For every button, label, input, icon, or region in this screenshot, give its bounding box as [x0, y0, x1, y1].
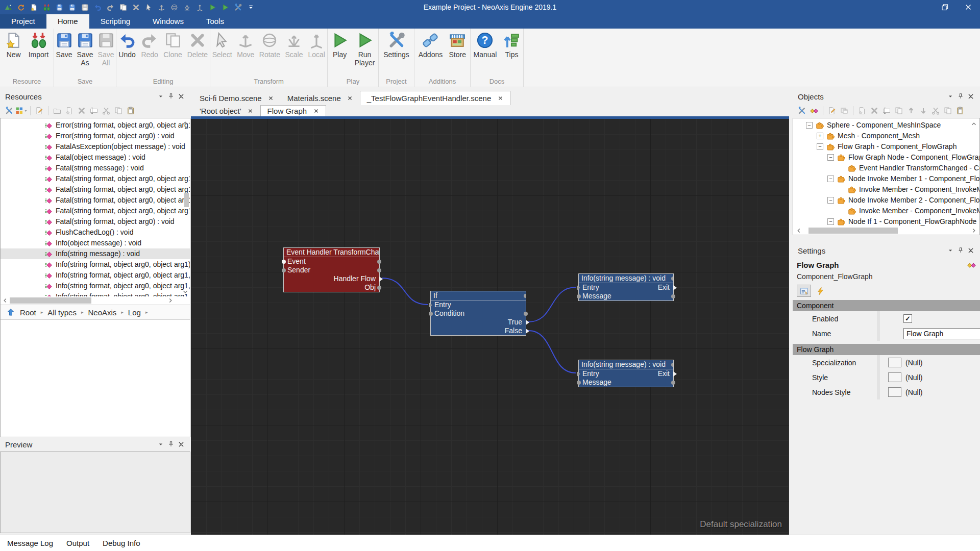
qat-refresh-button[interactable] — [17, 3, 25, 11]
objects-tree-item[interactable]: −Node Invoke Member 1 - Component_FlowGr… — [793, 173, 979, 184]
objects-page-gray-button[interactable] — [857, 106, 867, 116]
menu-tab-scripting[interactable]: Scripting — [89, 14, 141, 29]
resources-rename-button[interactable] — [89, 106, 99, 116]
settings-mode-lightning-button[interactable] — [813, 285, 827, 297]
qat-logo-button[interactable] — [4, 3, 12, 11]
resources-page-gray-button[interactable] — [64, 106, 75, 116]
breadcrumb-item-all-types[interactable]: All types — [47, 308, 77, 317]
qat-local-button[interactable] — [195, 3, 204, 11]
resource-item[interactable]: Fatal(string format, object arg0, object… — [1, 206, 190, 216]
scroll-left-icon[interactable] — [2, 297, 9, 304]
reference-thumbnail[interactable] — [888, 387, 901, 397]
resource-item[interactable]: Info(string format, object arg0, object … — [1, 291, 190, 296]
ribbon-button-settings[interactable]: Settings — [381, 31, 412, 68]
panel-pin-button[interactable] — [955, 91, 966, 102]
collapse-icon[interactable]: − — [827, 197, 834, 204]
node-pin-circle[interactable] — [282, 268, 286, 272]
subdocument-tab[interactable]: Flow Graph — [260, 105, 327, 116]
node-pin-circle[interactable] — [377, 286, 381, 290]
resources-tools-colored-button[interactable] — [4, 106, 14, 116]
resource-item[interactable]: Info(string format, object arg0, object … — [1, 259, 190, 270]
qat-save-button[interactable] — [68, 3, 76, 11]
panel-menu-button[interactable] — [945, 91, 955, 102]
flow-graph-wire[interactable] — [528, 331, 576, 373]
ribbon-button-play[interactable]: Play — [329, 31, 351, 68]
menu-tab-project[interactable]: Project — [0, 14, 46, 29]
node-pin-arrow[interactable] — [673, 371, 677, 377]
panel-close-button[interactable] — [966, 91, 976, 102]
panel-pin-button[interactable] — [166, 439, 176, 449]
ribbon-button-new[interactable]: New — [3, 31, 25, 68]
tab-close-icon[interactable] — [497, 95, 503, 102]
breadcrumb-item-neoaxis[interactable]: NeoAxis — [88, 308, 116, 317]
panel-menu-button[interactable] — [156, 91, 166, 102]
ribbon-button-undo[interactable]: Undo — [116, 31, 138, 68]
resource-item[interactable]: Fatal(string message) : void — [1, 163, 190, 173]
objects-tree-item[interactable]: Invoke Member - Component_InvokeMember — [793, 206, 979, 216]
flow-graph-node[interactable]: Info(string message) : voidEntryExitMess… — [578, 273, 674, 301]
node-pin-circle[interactable] — [577, 294, 581, 298]
collapse-icon[interactable]: − — [827, 176, 834, 182]
objects-arrow-down-button[interactable] — [918, 106, 928, 116]
node-pin-arrow[interactable] — [673, 285, 677, 290]
qat-settings-tools-button[interactable] — [234, 3, 242, 11]
node-pin-arrow[interactable] — [577, 285, 580, 290]
menu-tab-tools[interactable]: Tools — [195, 14, 235, 29]
reference-thumbnail[interactable] — [888, 372, 901, 382]
bottom-tab-output[interactable]: Output — [66, 539, 89, 547]
bottom-tab-message-log[interactable]: Message Log — [7, 539, 53, 547]
objects-tree-item[interactable]: −Node Invoke Member 2 - Component_FlowGr… — [793, 195, 979, 206]
qat-play-button[interactable] — [221, 3, 229, 11]
tab-close-icon[interactable] — [313, 108, 319, 114]
collapse-icon[interactable]: − — [806, 122, 813, 129]
scroll-up-icon[interactable] — [182, 119, 189, 127]
horizontal-scrollbar-thumb[interactable] — [808, 228, 898, 234]
breadcrumb-item-log[interactable]: Log — [128, 308, 141, 317]
menu-tab-home[interactable]: Home — [46, 14, 89, 29]
resources-folder-button[interactable] — [52, 106, 62, 116]
resource-item[interactable]: Fatal(string format, object arg0) : void — [1, 216, 190, 227]
resource-item[interactable]: Info(string format, object arg0, object … — [1, 281, 190, 291]
node-pin-circle[interactable] — [524, 294, 526, 298]
resources-delete-x-button[interactable] — [77, 106, 87, 116]
objects-paste-button[interactable] — [955, 106, 965, 116]
enabled-checkbox[interactable]: ✓ — [903, 314, 912, 323]
document-tab[interactable]: Materials.scene — [281, 91, 360, 105]
objects-delete-x-button[interactable] — [869, 106, 879, 116]
resources-scissors-button[interactable] — [101, 106, 111, 116]
ribbon-button-run-player[interactable]: RunPlayer — [352, 31, 378, 68]
qat-new-file-button[interactable] — [30, 3, 38, 11]
objects-link-diamond-button[interactable] — [809, 106, 819, 116]
node-pin-circle[interactable] — [671, 363, 673, 367]
objects-pencil-page-button[interactable] — [827, 106, 837, 116]
ribbon-button-save-as[interactable]: SaveAs — [75, 31, 95, 68]
resource-item[interactable]: FatalAsException(object message) : void — [1, 141, 190, 152]
objects-clone-button[interactable] — [943, 106, 953, 116]
resource-item[interactable]: FlushCachedLog() : void — [1, 227, 190, 238]
tab-close-icon[interactable] — [347, 95, 353, 101]
objects-arrow-up-button[interactable] — [906, 106, 916, 116]
scroll-left-icon[interactable] — [795, 227, 802, 234]
flow-graph-canvas[interactable]: Default specialization Event Handler Tra… — [191, 119, 789, 535]
node-pin-arrow[interactable] — [379, 277, 383, 282]
resource-item[interactable]: Fatal(string format, object arg0, object… — [1, 184, 190, 195]
scroll-right-icon[interactable] — [167, 297, 174, 304]
resource-item[interactable]: Fatal(string format, object arg0, object… — [1, 195, 190, 206]
qat-redo-button[interactable] — [106, 3, 114, 11]
node-pin-circle[interactable] — [671, 277, 673, 281]
objects-tools-colored-button[interactable] — [797, 106, 807, 116]
menu-tab-windows[interactable]: Windows — [141, 14, 195, 29]
resource-item[interactable]: Error(string format, object arg0) : void — [1, 131, 190, 141]
subdocument-tab[interactable]: 'Root object' — [193, 105, 260, 116]
node-pin-circle[interactable] — [377, 268, 381, 272]
objects-tree-item[interactable]: −Flow Graph - Component_FlowGraph — [793, 141, 979, 152]
node-pin-arrow[interactable] — [526, 320, 529, 325]
resource-item[interactable]: Info(object message) : void — [1, 238, 190, 248]
qat-play-button[interactable] — [208, 3, 216, 11]
flow-graph-wire[interactable] — [382, 278, 428, 305]
qat-save-gray-button[interactable] — [81, 3, 89, 11]
node-pin-circle[interactable] — [671, 294, 675, 298]
node-pin-circle[interactable] — [429, 312, 433, 316]
close-button[interactable] — [957, 0, 980, 14]
objects-tree-item[interactable]: −Node If 1 - Component_FlowGraphNode — [793, 216, 979, 227]
